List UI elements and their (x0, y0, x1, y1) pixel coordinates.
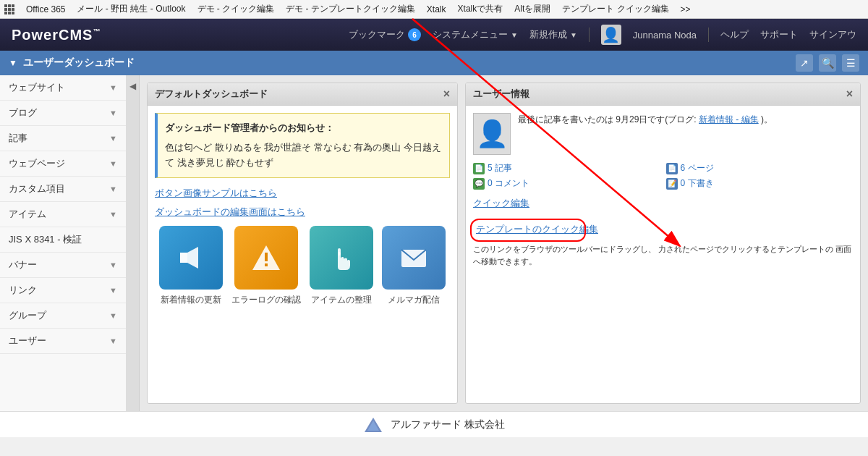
stat-pages[interactable]: 📄 6 ページ (666, 162, 854, 174)
sidebar-collapse-handle[interactable]: ◀ (127, 75, 140, 411)
user-name: Junnama Noda (633, 30, 697, 41)
dashboard-link1[interactable]: ボタン画像サンプルはこちら (155, 187, 450, 200)
sidebar-item-webpage[interactable]: ウェブページ ▼ (0, 151, 126, 177)
sidebar-item-jis[interactable]: JIS X 8341 - 検証 (0, 227, 126, 253)
footer-logo-icon (363, 415, 383, 435)
megaphone-icon (173, 240, 209, 276)
collapse-arrow-icon[interactable]: ▼ (9, 58, 17, 68)
sidebar-item-blog[interactable]: ブログ ▼ (0, 101, 126, 126)
sidebar-arrow-user: ▼ (109, 337, 117, 345)
user-info-panel-title: ユーザー情報 (473, 88, 529, 101)
quick-edit-section: テンプレートのクイック編集 (473, 221, 601, 237)
footer: アルファサード 株式会社 (0, 411, 868, 437)
tile-news-update-label: 新着情報の更新 (161, 294, 221, 306)
app-grid-icon[interactable] (4, 4, 14, 14)
sidebar-item-banner[interactable]: バナー ▼ (0, 253, 126, 278)
app-header: PowerCMS™ ブックマーク 6 システムメニュー ▼ 新規作成 ▼ 👤 J… (0, 19, 868, 51)
svg-rect-3 (265, 253, 268, 261)
menubar-more[interactable]: >> (675, 4, 697, 14)
svg-rect-1 (180, 253, 187, 263)
menubar-xtalk-share[interactable]: Xtalkで共有 (452, 3, 509, 15)
tile-newsletter[interactable]: メルマガ配信 (382, 226, 446, 306)
stat-articles[interactable]: 📄 5 記事 (473, 162, 660, 174)
sidebar-item-custom[interactable]: カスタム項目 ▼ (0, 177, 126, 202)
header-divider2 (708, 28, 709, 42)
notice-box: ダッシュボード管理者からのお知らせ： 色は匂へど 散りぬるを 我が世誰そ 常なら… (155, 113, 450, 178)
footer-company: アルファサード 株式会社 (391, 418, 505, 431)
tile-error-log-box (234, 226, 298, 290)
search-button[interactable]: 🔍 (819, 54, 836, 72)
dashboard-panel-close[interactable]: × (443, 88, 450, 100)
dashboard-link2[interactable]: ダッシュボードの編集画面はこちら (155, 206, 450, 219)
mail-icon (396, 240, 432, 276)
tile-news-update[interactable]: 新着情報の更新 (159, 226, 223, 306)
dashboard-panel-header: デフォルトダッシュボード × (148, 83, 457, 106)
tile-item-manage[interactable]: アイテムの整理 (310, 226, 373, 306)
sidebar-item-link[interactable]: リンク ▼ (0, 278, 126, 303)
sidebar-arrow-article: ▼ (109, 134, 117, 143)
avatar-icon: 👤 (602, 28, 620, 42)
sidebar-label-jis: JIS X 8341 - 検証 (9, 233, 117, 246)
user-info-text: 最後に記事を書いたのは 9月29日です(ブログ: 新着情報 - 編集 )。 (518, 113, 773, 155)
support-button[interactable]: サポート (760, 28, 798, 41)
sidebar-item-article[interactable]: 記事 ▼ (0, 126, 126, 151)
stat-pages-icon: 📄 (666, 163, 678, 174)
new-create-button[interactable]: 新規作成 ▼ (529, 28, 577, 41)
menubar-demo-quick[interactable]: デモ - クイック編集 (192, 3, 281, 15)
menu-icon: ☰ (846, 57, 856, 69)
app-header-nav: ブックマーク 6 システムメニュー ▼ 新規作成 ▼ 👤 Junnama Nod… (349, 25, 856, 45)
sidebar-item-website[interactable]: ウェブサイト ▼ (0, 75, 126, 101)
signout-button[interactable]: サインアウ (809, 28, 856, 41)
user-info-body: 👤 最後に記事を書いたのは 9月29日です(ブログ: 新着情報 - 編集 )。 … (466, 106, 860, 274)
bookmark-button[interactable]: ブックマーク 6 (349, 28, 421, 41)
tile-item-manage-box (310, 226, 373, 290)
sidebar-arrow-link: ▼ (109, 286, 117, 295)
stat-drafts[interactable]: 📝 0 下書き (666, 177, 854, 190)
notice-body: 色は匂へど 散りぬるを 我が世誰そ 常ならむ 有為の奥山 今日越えて 浅き夢見じ… (165, 140, 442, 171)
menubar-demo-template[interactable]: デモ - テンプレートクイック編集 (280, 3, 421, 15)
sidebar-item-user[interactable]: ユーザー ▼ (0, 329, 126, 354)
menubar-mail[interactable]: メール - 野田 純生 - Outlook (71, 3, 191, 15)
warning-icon (248, 240, 284, 276)
menubar-xtalk[interactable]: Xtalk (421, 4, 452, 14)
user-info-panel-close[interactable]: × (846, 88, 853, 100)
quick-edit-link[interactable]: クイック編集 (473, 197, 853, 210)
user-avatar-large: 👤 (473, 113, 511, 155)
user-info-panel-header: ユーザー情報 × (466, 83, 860, 106)
sidebar-arrow-banner: ▼ (109, 261, 117, 269)
sidebar-arrow-blog: ▼ (109, 109, 117, 117)
main-layout: ウェブサイト ▼ ブログ ▼ 記事 ▼ ウェブページ ▼ カスタム項目 ▼ アイ… (0, 75, 868, 411)
dashboard-panel-body: ダッシュボード管理者からのお知らせ： 色は匂へど 散りぬるを 我が世誰そ 常なら… (148, 106, 457, 313)
dashboard-panel-title: デフォルトダッシュボード (155, 88, 268, 101)
sidebar-arrow-custom: ▼ (109, 185, 117, 193)
stat-comments-label: 0 コメント (488, 177, 529, 190)
tile-error-log-label: エラーログの確認 (231, 294, 301, 306)
stat-comments[interactable]: 💬 0 コメント (473, 177, 660, 190)
help-button[interactable]: ヘルプ (720, 28, 749, 41)
sidebar-item-item[interactable]: アイテム ▼ (0, 202, 126, 227)
tile-error-log[interactable]: エラーログの確認 (231, 226, 301, 306)
toolbar-icons: ↗ 🔍 ☰ (796, 54, 859, 72)
user-avatar[interactable]: 👤 (601, 25, 621, 45)
sidebar-label-article: 記事 (9, 132, 109, 145)
system-menu-button[interactable]: システムメニュー ▼ (433, 28, 518, 41)
svg-rect-5 (338, 248, 341, 256)
sidebar-item-group[interactable]: グループ ▼ (0, 303, 126, 329)
icon-tiles: 新着情報の更新 エラーログの確認 (155, 226, 450, 306)
menubar-office365[interactable]: Office 365 (20, 4, 71, 14)
page-toolbar: ▼ ユーザーダッシュボード ↗ 🔍 ☰ (0, 51, 868, 75)
external-link-button[interactable]: ↗ (796, 54, 813, 72)
template-quick-edit-link[interactable]: テンプレートのクイック編集 (473, 221, 601, 237)
header-divider (589, 28, 590, 42)
user-stats: 📄 5 記事 📄 6 ページ 💬 0 コメント 📝 (473, 162, 853, 190)
sidebar-label-user: ユーザー (9, 334, 109, 347)
sidebar-label-custom: カスタム項目 (9, 182, 109, 195)
menubar-alt-expand[interactable]: Altを展開 (509, 3, 556, 15)
external-link-icon: ↗ (800, 57, 809, 69)
menu-button[interactable]: ☰ (842, 54, 859, 72)
content-area: デフォルトダッシュボード × ダッシュボード管理者からのお知らせ： 色は匂へど … (140, 75, 868, 411)
notice-title: ダッシュボード管理者からのお知らせ： (165, 121, 442, 136)
blog-link[interactable]: 新着情報 - 編集 (699, 114, 759, 124)
sidebar-arrow-webpage: ▼ (109, 159, 117, 168)
menubar-template-edit[interactable]: テンプレート クイック編集 (556, 3, 674, 15)
